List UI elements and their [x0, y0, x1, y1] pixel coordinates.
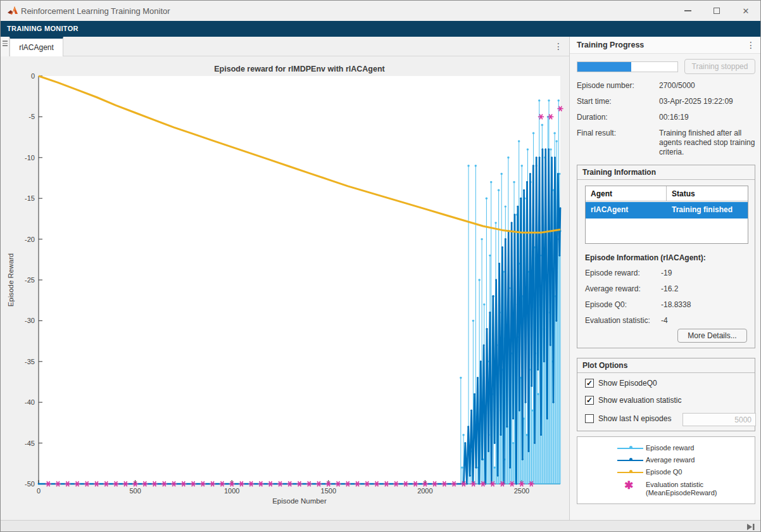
column-header: Agent [586, 186, 667, 201]
checkbox-label: Show last N episodes [598, 414, 671, 423]
svg-text:-20: -20 [25, 236, 35, 243]
agent-status-table[interactable]: AgentStatusrlACAgentTraining finished [585, 186, 748, 244]
svg-text:0: 0 [37, 487, 41, 495]
legend-marker-dot [629, 458, 632, 461]
svg-text:-50: -50 [25, 480, 35, 488]
svg-text:Episode Reward: Episode Reward [7, 253, 15, 307]
maximize-icon [714, 8, 720, 14]
svg-text:500: 500 [129, 487, 141, 495]
episode-info-value: -4 [661, 316, 668, 325]
checkbox-row-2[interactable]: Show last N episodes [585, 414, 671, 423]
panel-title: Training Progress [577, 41, 644, 49]
episode-info-label: Average reward: [585, 284, 641, 293]
tab-label: rlACAgent [19, 43, 54, 52]
episode-info-row-2: Episode Q0:-18.8338 [585, 300, 750, 309]
maximize-button[interactable] [702, 1, 731, 21]
document-tab-bar: rlACAgent ⋮ [1, 37, 569, 56]
legend-label: Average reward [646, 456, 695, 464]
table-header-row: AgentStatus [586, 186, 748, 201]
column-header: Status [667, 186, 748, 201]
svg-text:0: 0 [31, 72, 35, 80]
svg-text:1000: 1000 [224, 487, 239, 495]
matlab-logo-icon [7, 5, 18, 16]
info-value: 03-Apr-2025 19:22:09 [659, 97, 755, 106]
table-row[interactable]: rlACAgentTraining finished [586, 202, 748, 218]
minimize-icon [684, 10, 691, 11]
training-plot: 0-5-10-15-20-25-30-35-40-45-500500100015… [1, 56, 569, 520]
document-list-icon [3, 41, 8, 48]
svg-text:-25: -25 [25, 276, 35, 284]
legend-label: Episode Q0 [646, 468, 682, 476]
toolstrip-ribbon: TRAINING MONITOR [1, 21, 760, 37]
svg-text:-30: -30 [25, 317, 35, 324]
legend-entry-0: Episode reward [577, 443, 755, 453]
plot-legend: Episode rewardAverage rewardEpisode Q0✱E… [577, 436, 755, 504]
legend-label: Episode reward [646, 444, 694, 452]
tab-rlacagent[interactable]: rlACAgent [9, 37, 63, 56]
info-label: Start time: [577, 97, 612, 106]
episode-info-row-3: Evaluation statistic:-4 [585, 316, 750, 325]
legend-marker-dot [629, 470, 632, 473]
episode-info-value: -16.2 [661, 284, 678, 293]
checkbox[interactable]: ✓ [585, 396, 594, 405]
episode-info-row-1: Average reward:-16.2 [585, 284, 750, 293]
last-n-episodes-input[interactable] [682, 413, 756, 426]
legend-entry-2: Episode Q0 [577, 467, 755, 478]
episode-info-value: -18.8338 [661, 300, 691, 309]
info-label: Final result: [577, 129, 616, 137]
episode-info-label: Episode reward: [585, 269, 640, 277]
training-progress-panel: Training Progress ⋮ Training stopped Epi… [570, 37, 761, 520]
group-title: Plot Options [582, 361, 627, 370]
checkbox-row-0[interactable]: ✓Show EpisodeQ0 [585, 379, 657, 388]
svg-text:-35: -35 [25, 358, 35, 365]
minimize-button[interactable] [673, 1, 702, 21]
document-strip[interactable] [1, 37, 9, 56]
svg-text:-40: -40 [25, 398, 35, 406]
checkbox-row-1[interactable]: ✓Show evaluation statistic [585, 396, 681, 405]
agent-cell: rlACAgent [586, 202, 667, 218]
app-window: Reinforcement Learning Training Monitor … [0, 0, 761, 532]
window-controls: ✕ [673, 1, 760, 21]
training-progress-bar [577, 61, 678, 72]
panel-header: Training Progress ⋮ [570, 37, 761, 54]
chart-panel: 0-5-10-15-20-25-30-35-40-45-500500100015… [1, 56, 569, 520]
svg-text:Episode reward for rlMDPEnv wi: Episode reward for rlMDPEnv with rlACAge… [214, 65, 385, 73]
episode-info-label: Episode Q0: [585, 300, 627, 309]
svg-text:2000: 2000 [417, 487, 432, 495]
svg-text:1500: 1500 [321, 487, 336, 495]
svg-text:-5: -5 [28, 113, 35, 120]
window-title: Reinforcement Learning Training Monitor [21, 6, 170, 16]
legend-label: Evaluation statistic(MeanEpisodeReward) [646, 481, 717, 497]
close-icon: ✕ [743, 6, 750, 16]
status-cell: Training finished [667, 202, 748, 218]
training-stopped-button[interactable]: Training stopped [684, 59, 755, 74]
plot-options-group: Plot Options ✓Show EpisodeQ0✓Show evalua… [577, 358, 755, 431]
skip-to-end-icon[interactable] [746, 523, 755, 531]
group-separator [577, 179, 755, 180]
ribbon-tab-label[interactable]: TRAINING MONITOR [7, 25, 79, 32]
episode-info-row-0: Episode reward:-19 [585, 269, 750, 277]
svg-text:-45: -45 [25, 440, 35, 447]
legend-marker-dot [629, 446, 632, 449]
svg-text:-10: -10 [25, 154, 35, 162]
close-button[interactable]: ✕ [731, 1, 760, 21]
title-bar: Reinforcement Learning Training Monitor … [1, 1, 760, 21]
tab-overflow-menu-icon[interactable]: ⋮ [552, 39, 565, 53]
checkbox[interactable]: ✓ [585, 379, 594, 388]
legend-entry-1: Average reward [577, 455, 755, 466]
more-details-button[interactable]: More Details... [677, 329, 747, 343]
progress-fill [577, 62, 631, 72]
panel-menu-icon[interactable]: ⋮ [746, 39, 756, 51]
svg-text:-15: -15 [25, 194, 35, 202]
training-information-group: Training Information AgentStatusrlACAgen… [577, 165, 755, 348]
checkbox[interactable] [585, 414, 594, 423]
group-separator [577, 372, 755, 373]
group-title: Training Information [582, 168, 656, 177]
status-bar [1, 520, 760, 532]
checkbox-label: Show EpisodeQ0 [598, 379, 657, 388]
info-value: 2700/5000 [659, 81, 755, 91]
svg-text:2500: 2500 [514, 487, 529, 495]
info-label: Duration: [577, 113, 608, 122]
info-value: Training finished after all agents reach… [659, 129, 755, 157]
legend-asterisk-marker: ✱ [624, 479, 633, 492]
